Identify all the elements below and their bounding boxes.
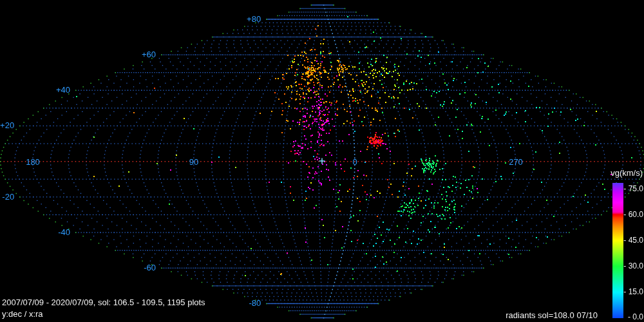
colorbar-tick-15: - 15.0: [623, 287, 643, 296]
colorbar-tick-30: - 30.0: [623, 261, 643, 270]
status-axes-legend: y:dec / x:ra: [2, 309, 43, 319]
colorbar-title: vg(km/s): [611, 168, 643, 178]
colorbar-tick-60: - 60.0: [623, 210, 643, 219]
status-date-range: 2007/07/09 - 2020/07/09, sol: 106.5 - 10…: [2, 298, 205, 307]
colorbar-tick-75: - 75.0: [623, 184, 643, 193]
colorbar-tick-45: - 45.0: [623, 236, 643, 245]
radiant-map-window: vg(km/s) - 75.0 - 60.0 - 45.0 - 30.0 - 1…: [0, 0, 644, 322]
colorbar-tick-0: - 0.0: [628, 312, 643, 321]
status-radiants-sol: radiants sol=108.0 07/10: [506, 310, 598, 320]
vg-colorbar: [612, 183, 623, 318]
sky-map-canvas[interactable]: [0, 0, 644, 322]
